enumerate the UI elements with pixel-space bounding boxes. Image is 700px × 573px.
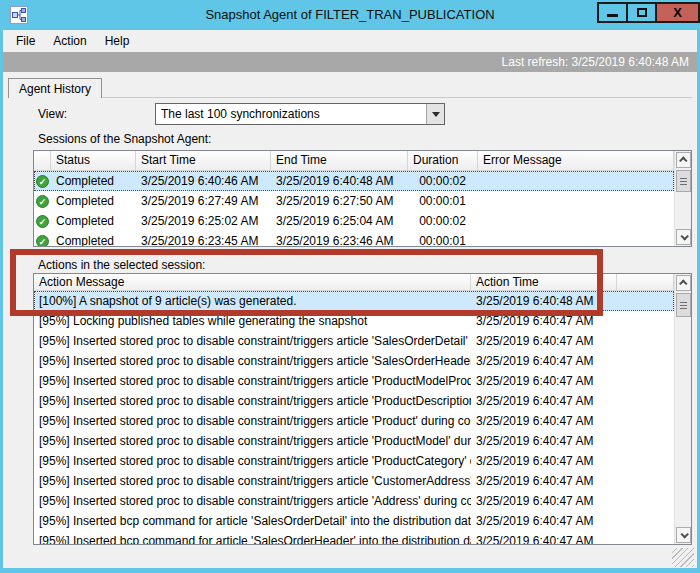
session-row[interactable]: ✓ Completed 3/25/2019 6:25:02 AM 3/25/20… <box>34 211 674 231</box>
actions-list-inner: Action Message Action Time [100%] A snap… <box>34 274 674 544</box>
action-row[interactable]: [95%] Inserted stored proc to disable co… <box>34 351 674 371</box>
actions-header: Action Message Action Time <box>34 274 674 291</box>
status-completed-icon: ✓ <box>36 215 49 228</box>
maximize-icon <box>637 8 647 17</box>
action-row[interactable]: [95%] Locking published tables while gen… <box>34 311 674 331</box>
action-row[interactable]: [95%] Inserted stored proc to disable co… <box>34 451 674 471</box>
sessions-scrollbar[interactable] <box>674 151 691 246</box>
close-icon: X <box>673 5 682 20</box>
window-title: Snapshot Agent of FILTER_TRAN_PUBLICATIO… <box>0 0 700 30</box>
sessions-col-start[interactable]: Start Time <box>136 151 271 170</box>
session-row[interactable]: ✓ Completed 3/25/2019 6:40:46 AM 3/25/20… <box>34 171 674 191</box>
last-refresh-bar: Last refresh: 3/25/2019 6:40:48 AM <box>3 52 697 72</box>
status-completed-icon: ✓ <box>36 235 49 247</box>
sessions-list: Status Start Time End Time Duration Erro… <box>33 150 692 247</box>
sessions-col-icon[interactable] <box>34 151 51 170</box>
close-button[interactable]: X <box>655 2 700 23</box>
view-combobox-dropdown-button[interactable] <box>426 104 444 124</box>
status-completed-icon: ✓ <box>36 195 49 208</box>
menu-file[interactable]: File <box>7 30 44 52</box>
chevron-down-icon <box>680 232 688 240</box>
sessions-header: Status Start Time End Time Duration Erro… <box>34 151 674 171</box>
scrollbar-thumb[interactable] <box>676 293 691 317</box>
scroll-down-button[interactable] <box>676 527 691 543</box>
session-row[interactable]: ✓ Completed 3/25/2019 6:27:49 AM 3/25/20… <box>34 191 674 211</box>
chevron-down-icon <box>680 530 688 538</box>
action-row[interactable]: [95%] Inserted stored proc to disable co… <box>34 431 674 451</box>
view-combobox[interactable]: The last 100 synchronizations <box>155 103 445 125</box>
actions-list: Action Message Action Time [100%] A snap… <box>33 273 692 545</box>
window-frame-bottom <box>0 568 700 573</box>
view-combobox-value: The last 100 synchronizations <box>156 104 426 124</box>
sessions-col-duration[interactable]: Duration <box>408 151 478 170</box>
action-row[interactable]: [95%] Inserted bcp command for article '… <box>34 511 674 531</box>
action-row[interactable]: [95%] Inserted stored proc to disable co… <box>34 391 674 411</box>
minimize-button[interactable] <box>597 2 628 23</box>
sessions-col-error[interactable]: Error Message <box>478 151 674 170</box>
action-row[interactable]: [95%] Inserted bcp command for article '… <box>34 531 674 544</box>
sessions-label: Sessions of the Snapshot Agent: <box>38 132 211 146</box>
snapshot-agent-window: Snapshot Agent of FILTER_TRAN_PUBLICATIO… <box>0 0 700 573</box>
scroll-up-button[interactable] <box>676 152 691 168</box>
sessions-col-end[interactable]: End Time <box>271 151 408 170</box>
minimize-icon <box>607 14 618 17</box>
scrollbar-thumb[interactable] <box>676 170 691 192</box>
view-label: View: <box>38 107 67 121</box>
tab-agent-history[interactable]: Agent History <box>8 78 102 98</box>
action-row[interactable]: [100%] A snapshot of 9 article(s) was ge… <box>34 291 674 311</box>
caption-buttons: X <box>597 2 700 23</box>
status-completed-icon: ✓ <box>36 175 49 188</box>
titlebar: Snapshot Agent of FILTER_TRAN_PUBLICATIO… <box>0 0 700 30</box>
maximize-button[interactable] <box>626 2 657 23</box>
window-frame-left <box>0 30 3 568</box>
action-row[interactable]: [95%] Inserted stored proc to disable co… <box>34 491 674 511</box>
menu-action[interactable]: Action <box>44 30 95 52</box>
resize-grip[interactable] <box>672 548 694 567</box>
actions-col-spacer <box>617 274 674 290</box>
sessions-list-inner: Status Start Time End Time Duration Erro… <box>34 151 674 246</box>
tabpage-border <box>8 97 692 98</box>
actions-scrollbar[interactable] <box>674 274 691 544</box>
chevron-down-icon <box>432 112 440 117</box>
session-row[interactable]: ✓ Completed 3/25/2019 6:23:45 AM 3/25/20… <box>34 231 674 246</box>
scroll-down-button[interactable] <box>676 229 691 245</box>
scroll-up-button[interactable] <box>676 275 691 291</box>
actions-col-time[interactable]: Action Time <box>471 274 617 290</box>
menu-help[interactable]: Help <box>96 30 139 52</box>
action-row[interactable]: [95%] Inserted stored proc to disable co… <box>34 471 674 491</box>
menubar: File Action Help <box>3 30 697 52</box>
actions-label: Actions in the selected session: <box>38 258 205 272</box>
chevron-up-icon <box>679 279 687 287</box>
action-row[interactable]: [95%] Inserted stored proc to disable co… <box>34 411 674 431</box>
chevron-up-icon <box>679 156 687 164</box>
action-row[interactable]: [95%] Inserted stored proc to disable co… <box>34 331 674 351</box>
action-row[interactable]: [95%] Inserted stored proc to disable co… <box>34 371 674 391</box>
actions-col-message[interactable]: Action Message <box>34 274 471 290</box>
sessions-col-status[interactable]: Status <box>51 151 136 170</box>
